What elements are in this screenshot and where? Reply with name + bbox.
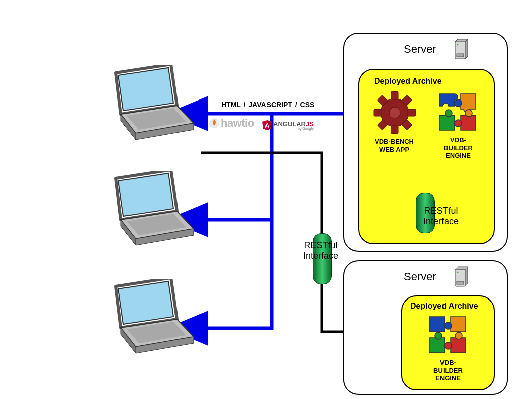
- angularjs-logo: A ANGULARJS by Google: [262, 120, 314, 131]
- svg-marker-24: [465, 39, 468, 59]
- server-title-top: Server: [404, 43, 436, 56]
- gear-icon: [372, 90, 417, 135]
- svg-point-39: [445, 110, 452, 117]
- svg-rect-30: [408, 109, 416, 116]
- svg-rect-34: [374, 109, 382, 116]
- laptop-client-1: [96, 65, 196, 151]
- archive-title-bottom: Deployed Archive: [410, 302, 478, 311]
- architecture-diagram: HTML / JAVASCRIPT / CSS hawtio A ANGULAR…: [0, 0, 532, 399]
- svg-marker-43: [465, 267, 468, 286]
- hawtio-text: hawtio: [221, 117, 254, 130]
- svg-rect-26: [457, 54, 464, 57]
- svg-point-25: [457, 44, 459, 46]
- angular-shield-icon: A: [262, 120, 272, 131]
- hawtio-logo: hawtio: [209, 117, 254, 130]
- vdb-bench-label: VDB-BENCHWEB APP: [369, 138, 419, 153]
- rest-node-internal: [416, 193, 435, 233]
- svg-point-47: [455, 332, 462, 339]
- archive-title-top: Deployed Archive: [374, 77, 442, 86]
- laptop-client-2: [96, 171, 196, 256]
- tech-stack-label: HTML / JAVASCRIPT / CSS: [221, 101, 314, 109]
- rest-label-external: RESTfulInterface: [296, 240, 346, 261]
- svg-text:A: A: [265, 122, 270, 129]
- rest-label-internal: RESTfulInterface: [403, 206, 479, 226]
- svg-marker-6: [118, 173, 173, 216]
- svg-point-36: [389, 107, 400, 118]
- svg-point-44: [457, 272, 459, 273]
- svg-rect-32: [391, 126, 398, 134]
- deployed-archive-bottom: Deployed Archive VDB-BUILDERENGINE: [401, 295, 495, 390]
- svg-point-46: [445, 322, 452, 329]
- deployed-archive-top: Deployed Archive: [358, 69, 495, 244]
- vdb-builder-label-top: VDB-BUILDERENGINE: [435, 136, 481, 160]
- svg-marker-12: [118, 281, 173, 324]
- server-box-bottom: Server Deployed Archive: [343, 260, 508, 395]
- svg-rect-28: [391, 91, 398, 99]
- svg-point-49: [445, 342, 452, 349]
- laptop-client-3: [96, 279, 196, 364]
- server-tower-icon: [453, 39, 468, 61]
- svg-point-48: [435, 332, 442, 339]
- flame-icon: [209, 118, 220, 129]
- vdb-builder-label-bottom: VDB-BUILDERENGINE: [425, 359, 471, 382]
- svg-marker-0: [118, 68, 173, 111]
- server-tower-icon: [453, 266, 468, 288]
- puzzle-icon: [426, 314, 470, 357]
- server-box-top: Server Deployed Archive: [343, 33, 508, 252]
- svg-point-40: [455, 120, 462, 127]
- server-title-bottom: Server: [404, 270, 436, 283]
- svg-point-37: [455, 99, 462, 107]
- puzzle-icon: [436, 91, 480, 134]
- svg-point-38: [465, 110, 472, 117]
- svg-rect-45: [457, 281, 464, 284]
